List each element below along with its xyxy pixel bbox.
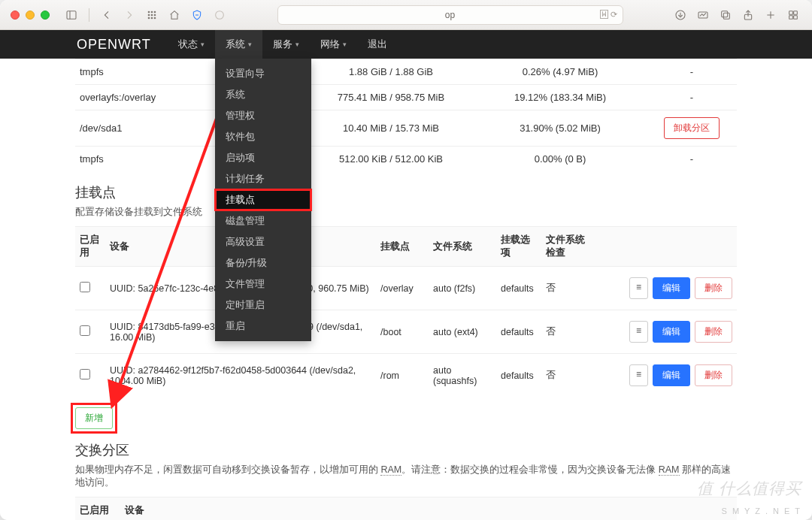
col-point: 挂载点 [376, 227, 429, 267]
svg-rect-23 [794, 15, 798, 19]
col-opts: 挂载选项 [496, 227, 541, 267]
row-menu-button[interactable]: ≡ [629, 277, 648, 299]
dd-reboot[interactable]: 重启 [215, 316, 311, 337]
dd-file-man[interactable]: 文件管理 [215, 274, 311, 295]
svg-rect-15 [722, 11, 728, 17]
unmount-button[interactable]: 卸载分区 [664, 117, 720, 139]
tabs-icon[interactable] [785, 7, 801, 23]
table-row: overlayfs:/overlay775.41 MiB / 958.75 Mi… [75, 85, 737, 110]
svg-rect-22 [789, 15, 793, 19]
svg-point-10 [154, 17, 156, 19]
dd-backup[interactable]: 备份/升级 [215, 252, 311, 274]
dd-software[interactable]: 软件包 [215, 126, 311, 147]
col-check: 文件系统检查 [541, 227, 594, 267]
svg-point-4 [154, 11, 156, 13]
row-menu-button[interactable]: ≡ [629, 321, 648, 343]
delete-button[interactable]: 删除 [695, 321, 732, 343]
privacy-icon[interactable] [211, 7, 228, 23]
download-icon[interactable] [672, 7, 689, 23]
svg-point-5 [148, 14, 150, 16]
chevron-down-icon: ▾ [201, 41, 205, 48]
mount-table: 已启用 设备 挂载点 文件系统 挂载选项 文件系统检查 UUID: 5a26e7… [75, 226, 737, 397]
apps-icon[interactable] [144, 7, 160, 23]
row-menu-button[interactable]: ≡ [629, 364, 648, 386]
brand-logo[interactable]: OPENWRT [0, 37, 168, 53]
sidebar-icon[interactable] [63, 7, 80, 23]
shield-icon[interactable] [189, 7, 205, 23]
table-row: UUID: 5a26e7fc-123c-4e8f-bb0e-4c1 (/dev/… [75, 267, 737, 310]
table-row: tmpfs512.00 KiB / 512.00 KiB0.00% (0 B)- [75, 147, 737, 172]
back-button[interactable] [98, 7, 115, 23]
window-controls [11, 11, 50, 20]
home-icon[interactable] [166, 7, 183, 23]
table-row: /dev/sda110.40 MiB / 15.73 MiB31.90% (5.… [75, 110, 737, 147]
dd-mount-points[interactable]: 挂载点 [215, 189, 311, 210]
share-up-icon[interactable] [717, 7, 734, 23]
dd-scheduled[interactable]: 计划任务 [215, 168, 311, 189]
dd-system[interactable]: 系统 [215, 84, 311, 105]
table-row: tmpfs1.88 GiB / 1.88 GiB0.26% (4.97 MiB)… [75, 59, 737, 85]
svg-point-12 [216, 11, 224, 19]
annotate-icon[interactable] [695, 7, 711, 23]
edit-button[interactable]: 编辑 [653, 321, 690, 343]
table-row: UUID: a2784462-9f12f5b7-f62d0458-5d00364… [75, 354, 737, 398]
svg-point-6 [151, 14, 153, 16]
page-content: OPENWRT 状态▾ 系统▾ 设置向导 系统 管理权 软件包 启动项 计划任务… [0, 30, 812, 520]
chevron-down-icon: ▾ [295, 41, 299, 48]
col-fs: 文件系统 [429, 227, 496, 267]
dd-admin[interactable]: 管理权 [215, 105, 311, 126]
system-dropdown: 设置向导 系统 管理权 软件包 启动项 计划任务 挂载点 磁盘管理 高级设置 备… [215, 59, 311, 341]
address-text: op [445, 10, 455, 20]
swap-table: 已启用 设备 [75, 497, 737, 520]
delete-button[interactable]: 删除 [695, 364, 732, 386]
edit-button[interactable]: 编辑 [653, 277, 690, 299]
enable-checkbox[interactable] [80, 282, 90, 292]
browser-window: op 🅆 ⟳ OPENWRT 状态▾ 系统▾ 设置向导 系统 管理权 [0, 0, 812, 520]
add-button-highlight: 新增 [75, 407, 113, 429]
add-button[interactable]: 新增 [75, 407, 113, 429]
close-window-button[interactable] [11, 11, 20, 20]
dd-advanced[interactable]: 高级设置 [215, 231, 311, 252]
share-icon[interactable] [740, 7, 756, 23]
edit-button[interactable]: 编辑 [653, 364, 690, 386]
delete-button[interactable]: 删除 [695, 277, 732, 299]
swap-section-title: 交换分区 [75, 441, 737, 459]
reader-icon[interactable]: 🅆 ⟳ [600, 10, 617, 20]
nav-logout[interactable]: 退出 [357, 30, 398, 59]
svg-point-7 [154, 14, 156, 16]
svg-point-2 [148, 11, 150, 13]
svg-point-8 [148, 17, 150, 19]
swap-section-desc: 如果物理内存不足，闲置数据可自动移到交换设备暂存，以增加可用的 RAM。请注意：… [75, 464, 737, 489]
col-device: 设备 [120, 497, 737, 521]
forward-button[interactable] [121, 7, 138, 23]
enable-checkbox[interactable] [80, 325, 90, 336]
nav-status[interactable]: 状态▾ [168, 30, 215, 59]
table-row: UUID: 84173db5-fa99-e35a-95c6-28613cc79e… [75, 310, 737, 354]
dd-startup[interactable]: 启动项 [215, 147, 311, 168]
col-enabled: 已启用 [75, 227, 105, 267]
svg-rect-21 [794, 11, 798, 14]
address-bar[interactable]: op 🅆 ⟳ [277, 5, 623, 25]
svg-rect-20 [789, 11, 793, 14]
nav-services[interactable]: 服务▾ [262, 30, 310, 59]
app-navbar: OPENWRT 状态▾ 系统▾ 设置向导 系统 管理权 软件包 启动项 计划任务… [0, 30, 812, 59]
new-tab-icon[interactable] [762, 7, 779, 23]
minimize-window-button[interactable] [26, 11, 35, 20]
chevron-down-icon: ▾ [248, 41, 252, 48]
dd-disk-man[interactable]: 磁盘管理 [215, 210, 311, 231]
nav-network[interactable]: 网络▾ [310, 30, 357, 59]
chevron-down-icon: ▾ [343, 41, 347, 48]
nav-system[interactable]: 系统▾ [215, 30, 262, 59]
svg-rect-16 [723, 13, 729, 19]
svg-rect-0 [67, 11, 76, 19]
svg-point-9 [151, 17, 153, 19]
dd-reboot-timer[interactable]: 定时重启 [215, 295, 311, 316]
filesystem-table: tmpfs1.88 GiB / 1.88 GiB0.26% (4.97 MiB)… [75, 59, 737, 171]
mount-section-desc: 配置存储设备挂载到文件系统 [75, 206, 737, 219]
zoom-window-button[interactable] [41, 11, 50, 20]
dd-setup-wizard[interactable]: 设置向导 [215, 63, 311, 84]
col-enabled: 已启用 [75, 497, 120, 521]
mount-section-title: 挂载点 [75, 183, 737, 201]
svg-point-3 [151, 11, 153, 13]
enable-checkbox[interactable] [80, 369, 90, 379]
